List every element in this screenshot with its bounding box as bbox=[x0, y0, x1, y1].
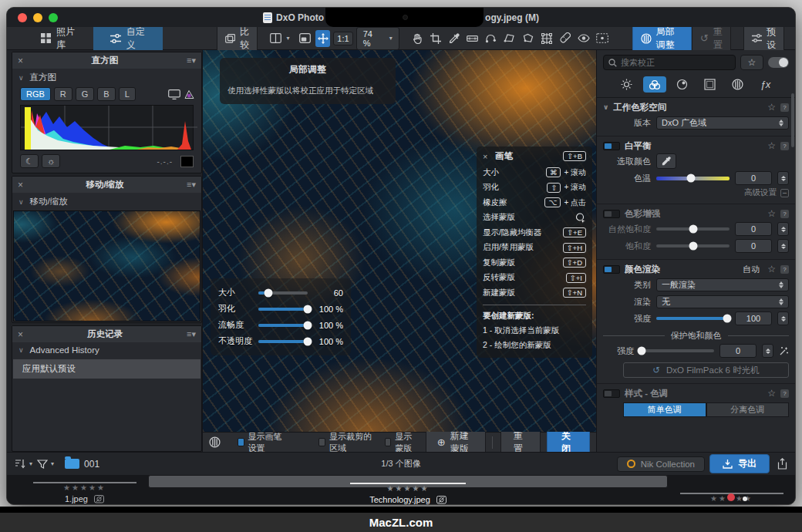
histogram-section-row[interactable]: ∨ 直方图 bbox=[12, 69, 201, 86]
show-brush-settings-checkbox[interactable]: 显示画笔设置 bbox=[238, 431, 285, 454]
style-toning-toggle[interactable] bbox=[603, 389, 620, 398]
crop-icon[interactable] bbox=[427, 30, 444, 47]
thumbnail-cell[interactable]: ★★★★★ 1.jpeg bbox=[21, 475, 148, 504]
help-icon[interactable]: ? bbox=[780, 389, 789, 398]
temperature-slider[interactable] bbox=[656, 177, 730, 180]
brush-menu-item[interactable]: 显示/隐藏均衡器⇧+E bbox=[483, 225, 586, 241]
size-slider[interactable] bbox=[258, 291, 308, 295]
brush-menu-item[interactable]: 反转蒙版⇧+I bbox=[483, 271, 586, 286]
brush-menu-item[interactable]: 羽化⇧+ 滚动 bbox=[483, 180, 586, 196]
fit-screen-button[interactable] bbox=[298, 30, 312, 47]
ratio-1-1-button[interactable]: 1:1 bbox=[333, 32, 352, 45]
category-select[interactable]: 一般渲染 bbox=[656, 278, 789, 291]
lasso-icon[interactable] bbox=[501, 30, 518, 47]
channel-l-button[interactable]: L bbox=[119, 87, 136, 101]
vibrance-slider[interactable] bbox=[656, 227, 730, 231]
star-icon[interactable]: ☆ bbox=[767, 140, 776, 151]
image-canvas[interactable]: 局部调整 使用选择性蒙版以将校正应用于特定区域 × 画笔 ⇧+B 大小⌘+ 滚动… bbox=[203, 50, 596, 432]
horizon-icon[interactable] bbox=[464, 30, 481, 47]
folder-icon[interactable] bbox=[65, 459, 79, 469]
magic-wand-icon[interactable] bbox=[779, 346, 789, 356]
intensity-stepper[interactable] bbox=[777, 311, 789, 325]
channel-r-button[interactable]: R bbox=[54, 87, 72, 101]
tab-photo-library[interactable]: 照片库 bbox=[24, 27, 93, 50]
chevron-down-icon[interactable]: ∨ bbox=[603, 103, 608, 111]
local-mask-icon[interactable] bbox=[594, 30, 611, 47]
corrections-toggle[interactable] bbox=[768, 57, 789, 68]
red-eye-icon[interactable] bbox=[575, 30, 592, 47]
channel-b-button[interactable]: B bbox=[97, 87, 115, 101]
split-toning-tab[interactable]: 分离色调 bbox=[706, 402, 790, 417]
hand-tool-icon[interactable] bbox=[409, 30, 426, 47]
filmpack-button[interactable]: ↺ DxO FilmPack 6 时光机 bbox=[623, 362, 789, 378]
star-icon[interactable]: ☆ bbox=[767, 388, 776, 399]
pan-zoom-preview[interactable] bbox=[13, 210, 200, 322]
repair-icon[interactable] bbox=[557, 30, 574, 47]
history-item[interactable]: 应用默认预设 bbox=[13, 359, 200, 379]
help-icon[interactable]: ? bbox=[780, 142, 789, 150]
help-icon[interactable]: ? bbox=[780, 265, 789, 274]
search-input[interactable] bbox=[621, 58, 730, 67]
color-enhance-toggle[interactable] bbox=[603, 210, 620, 218]
sort-button[interactable]: ▾ bbox=[15, 459, 32, 469]
pan-zoom-section-row[interactable]: ∨ 移动/缩放 bbox=[12, 193, 201, 210]
close-icon[interactable]: × bbox=[483, 152, 495, 161]
filter-button[interactable]: ▾ bbox=[37, 460, 54, 469]
wb-eyedropper-button[interactable] bbox=[656, 153, 676, 169]
rating-stars[interactable]: ★★★★★ bbox=[387, 484, 430, 493]
brush-menu-item[interactable]: 新建蒙版⇧+N bbox=[483, 285, 586, 301]
highlight-clipping-icon[interactable]: ☼ bbox=[42, 154, 60, 168]
help-icon[interactable]: ? bbox=[780, 210, 789, 218]
rating-stars[interactable]: ★★★★★ bbox=[63, 483, 106, 492]
close-icon[interactable]: × bbox=[18, 56, 23, 66]
thumbnail-cell[interactable]: ★★★★★ TopVisual.jpeg bbox=[668, 475, 795, 504]
star-icon[interactable]: ☆ bbox=[767, 208, 776, 219]
curve-lasso-icon[interactable] bbox=[483, 30, 500, 47]
tab-geometry-icon[interactable] bbox=[699, 76, 722, 93]
history-section-row[interactable]: ∨ Advanced History bbox=[12, 342, 201, 358]
auto-label[interactable]: 自动 bbox=[743, 264, 760, 275]
intensity-slider[interactable] bbox=[656, 317, 730, 320]
temperature-stepper[interactable] bbox=[777, 171, 789, 185]
color-space-select[interactable]: DxO 广色域 bbox=[656, 116, 789, 130]
star-icon[interactable]: ☆ bbox=[767, 264, 776, 274]
advanced-settings-link[interactable]: 高级设置 – bbox=[603, 187, 789, 199]
search-box[interactable] bbox=[603, 55, 736, 70]
thumbnail-cell-selected[interactable]: ★★★★★ Technology.jpeg bbox=[148, 475, 668, 488]
palette-menu-icon[interactable]: ≡▾ bbox=[187, 329, 196, 339]
thumbnail-image[interactable] bbox=[680, 493, 783, 494]
saturation-stepper[interactable] bbox=[777, 239, 789, 253]
right-panel-scrollbar[interactable] bbox=[791, 93, 794, 147]
share-icon[interactable] bbox=[777, 458, 787, 470]
tab-detail-icon[interactable] bbox=[671, 76, 694, 93]
show-cropped-area-checkbox[interactable]: 显示裁剪的区域 bbox=[318, 431, 372, 454]
flow-slider[interactable] bbox=[258, 324, 308, 327]
opacity-slider[interactable] bbox=[258, 340, 308, 343]
white-balance-toggle[interactable] bbox=[603, 142, 620, 150]
polygon-lasso-icon[interactable] bbox=[520, 30, 537, 47]
feather-slider[interactable] bbox=[258, 308, 308, 311]
saturation-slider[interactable] bbox=[656, 244, 730, 247]
gamut-icon[interactable] bbox=[184, 89, 195, 99]
split-view-button[interactable] bbox=[268, 30, 283, 47]
color-rendering-toggle[interactable] bbox=[603, 265, 620, 274]
shadow-clipping-icon[interactable]: ☾ bbox=[20, 154, 39, 168]
tab-fx-icon[interactable]: ƒx bbox=[754, 76, 777, 93]
tab-color-icon[interactable] bbox=[643, 76, 666, 93]
monitor-icon[interactable] bbox=[168, 89, 180, 99]
tab-customize[interactable]: 自定义 bbox=[93, 27, 163, 50]
help-icon[interactable]: ? bbox=[780, 103, 789, 112]
show-mask-checkbox[interactable]: 显示蒙版 bbox=[385, 431, 420, 454]
eyedropper-icon[interactable] bbox=[446, 30, 463, 47]
tab-light-icon[interactable] bbox=[615, 76, 639, 93]
tab-local-adjust-icon[interactable] bbox=[726, 76, 750, 93]
vibrance-stepper[interactable] bbox=[777, 222, 789, 236]
close-icon[interactable]: × bbox=[18, 180, 23, 190]
channel-rgb-button[interactable]: RGB bbox=[20, 87, 51, 101]
brush-menu-item[interactable]: 启用/禁用蒙版⇧+H bbox=[483, 241, 586, 256]
nik-collection-button[interactable]: Nik Collection bbox=[617, 456, 705, 472]
brush-menu-item[interactable]: 复制蒙版⇧+D bbox=[483, 255, 586, 271]
favorites-filter-button[interactable]: ☆ bbox=[740, 55, 763, 70]
zoom-level-select[interactable]: 74 % ▾ bbox=[356, 27, 399, 50]
simple-toning-tab[interactable]: 简单色调 bbox=[623, 402, 706, 417]
